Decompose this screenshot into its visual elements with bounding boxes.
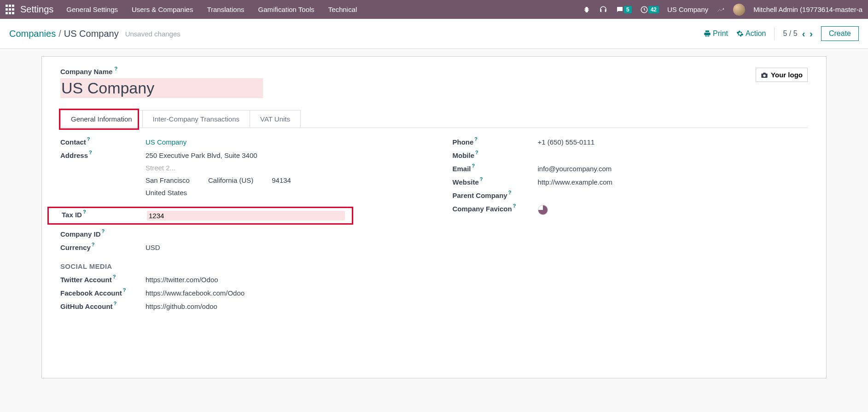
help-icon[interactable]: ? xyxy=(508,190,512,195)
breadcrumb-separator: / xyxy=(58,29,61,39)
twitter-label: Twitter Account? xyxy=(60,276,146,284)
form-sheet: Company Name ? Your logo General Informa… xyxy=(41,56,827,378)
help-icon[interactable]: ? xyxy=(83,209,86,215)
create-button[interactable]: Create xyxy=(821,26,859,41)
city-input[interactable]: San Francisco xyxy=(146,176,190,184)
currency-input[interactable]: USD xyxy=(146,244,416,251)
clock-icon[interactable]: 42 xyxy=(640,6,659,14)
form-grid: Contact? US Company Address? 250 Executi… xyxy=(60,138,808,316)
logo-button-label: Your logo xyxy=(771,71,803,79)
state-input[interactable]: California (US) xyxy=(208,176,253,184)
street1-input[interactable]: 250 Executive Park Blvd, Suite 3400 xyxy=(146,151,416,159)
print-button[interactable]: Print xyxy=(704,29,728,38)
left-column: Contact? US Company Address? 250 Executi… xyxy=(60,138,416,316)
companyid-label: Company ID? xyxy=(60,230,146,238)
navbar-user[interactable]: Mitchell Admin (19773614-master-a xyxy=(753,6,862,13)
pager-next-icon[interactable]: › xyxy=(810,29,813,39)
action-button[interactable]: Action xyxy=(736,29,766,38)
help-icon[interactable]: ? xyxy=(472,163,475,168)
tab-general-information[interactable]: General Information xyxy=(60,110,143,128)
tools-icon[interactable] xyxy=(717,6,725,14)
app-brand[interactable]: Settings xyxy=(20,4,53,15)
facebook-label: Facebook Account? xyxy=(60,289,146,297)
main-menu: General Settings Users & Companies Trans… xyxy=(66,6,583,13)
navbar-right: 5 42 US Company Mitchell Admin (19773614… xyxy=(583,4,862,16)
parent-company-label: Parent Company? xyxy=(453,191,538,199)
messages-icon[interactable]: 5 xyxy=(616,6,632,14)
action-label: Action xyxy=(746,29,766,38)
breadcrumb-root[interactable]: Companies xyxy=(9,29,56,39)
help-icon[interactable]: ? xyxy=(114,66,117,71)
company-name-input[interactable] xyxy=(60,78,263,98)
street2-input[interactable]: Street 2... xyxy=(146,164,416,172)
tax-id-row-highlight: Tax ID? xyxy=(47,207,353,225)
unsaved-indicator: Unsaved changes xyxy=(125,30,181,38)
avatar[interactable] xyxy=(733,4,745,16)
help-icon[interactable]: ? xyxy=(92,242,95,247)
email-label: Email? xyxy=(453,165,538,173)
currency-label: Currency? xyxy=(60,244,146,251)
camera-icon xyxy=(761,71,768,79)
twitter-input[interactable]: https://twitter.com/Odoo xyxy=(146,276,416,284)
breadcrumb-current: US Company xyxy=(64,29,119,39)
control-bar: Companies / US Company Unsaved changes P… xyxy=(0,19,868,49)
website-label: Website? xyxy=(453,178,538,186)
menu-translations[interactable]: Translations xyxy=(207,6,244,13)
country-input[interactable]: United States xyxy=(146,189,416,197)
menu-general-settings[interactable]: General Settings xyxy=(66,6,118,13)
help-icon[interactable]: ? xyxy=(474,136,478,142)
help-icon[interactable]: ? xyxy=(89,150,92,155)
pager-prev-icon[interactable]: ‹ xyxy=(802,29,805,39)
clock-badge: 42 xyxy=(648,6,659,13)
apps-icon[interactable] xyxy=(6,5,16,15)
company-name-label: Company Name ? xyxy=(60,68,117,75)
tabs: General Information Inter-Company Transa… xyxy=(60,110,808,128)
gear-icon xyxy=(736,30,744,37)
email-input[interactable]: info@yourcompany.com xyxy=(538,165,808,173)
facebook-input[interactable]: https://www.facebook.com/Odoo xyxy=(146,289,416,297)
print-icon xyxy=(704,30,711,37)
menu-users-companies[interactable]: Users & Companies xyxy=(132,6,193,13)
zip-input[interactable]: 94134 xyxy=(272,176,291,184)
pager: 5 / 5 ‹ › xyxy=(783,29,812,39)
help-icon[interactable]: ? xyxy=(87,136,90,142)
breadcrumb: Companies / US Company xyxy=(9,29,119,39)
messages-badge: 5 xyxy=(624,6,632,13)
your-logo-button[interactable]: Your logo xyxy=(756,68,808,82)
print-label: Print xyxy=(713,29,728,38)
phone-input[interactable]: +1 (650) 555-0111 xyxy=(538,138,808,146)
taxid-input[interactable] xyxy=(147,211,345,221)
navbar-company[interactable]: US Company xyxy=(667,6,708,13)
help-icon[interactable]: ? xyxy=(102,228,105,234)
pager-text: 5 / 5 xyxy=(783,29,797,38)
favicon-image[interactable] xyxy=(538,205,548,215)
contact-link[interactable]: US Company xyxy=(146,138,186,146)
sheet-header: Company Name ? Your logo xyxy=(60,68,808,98)
taxid-label: Tax ID? xyxy=(62,211,147,219)
github-input[interactable]: https://github.com/odoo xyxy=(146,302,416,310)
menu-technical[interactable]: Technical xyxy=(328,6,357,13)
help-icon[interactable]: ? xyxy=(113,274,116,279)
address-label: Address? xyxy=(60,151,146,159)
tab-vat-units[interactable]: VAT Units xyxy=(250,110,301,128)
website-input[interactable]: http://www.example.com xyxy=(538,178,808,186)
phone-label: Phone? xyxy=(453,138,538,146)
company-name-label-text: Company Name xyxy=(60,68,112,75)
separator xyxy=(774,27,775,40)
help-icon[interactable]: ? xyxy=(480,176,483,182)
help-icon[interactable]: ? xyxy=(475,150,478,155)
contact-label: Contact? xyxy=(60,138,146,146)
social-media-section-title: SOCIAL MEDIA xyxy=(60,262,416,270)
headset-icon[interactable] xyxy=(599,6,607,14)
help-icon[interactable]: ? xyxy=(513,203,516,209)
tab-intercompany[interactable]: Inter-Company Transactions xyxy=(142,110,250,128)
mobile-label: Mobile? xyxy=(453,151,538,159)
favicon-label: Company Favicon? xyxy=(453,205,538,213)
right-column: Phone? +1 (650) 555-0111 Mobile? Email? … xyxy=(453,138,808,316)
help-icon[interactable]: ? xyxy=(123,287,126,293)
address-block: 250 Executive Park Blvd, Suite 3400 Stre… xyxy=(146,151,416,201)
menu-gamification[interactable]: Gamification Tools xyxy=(258,6,315,13)
sheet-wrapper: Company Name ? Your logo General Informa… xyxy=(0,49,868,378)
help-icon[interactable]: ? xyxy=(114,301,117,306)
bug-icon[interactable] xyxy=(583,6,591,14)
